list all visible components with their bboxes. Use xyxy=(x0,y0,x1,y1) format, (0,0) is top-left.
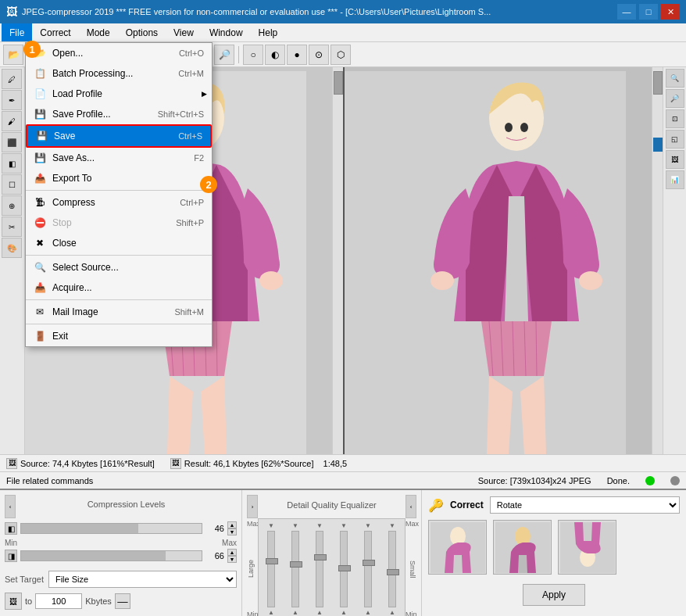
source-size: Source: 74,4 Kbytes [161%*Result] xyxy=(20,459,155,468)
eq-slider-5[interactable] xyxy=(364,531,372,607)
menu-close[interactable]: ✖ Close xyxy=(26,233,212,253)
left-btn-7[interactable]: ⊕ xyxy=(2,195,22,216)
menu-options[interactable]: Options xyxy=(118,23,166,41)
menu-save[interactable]: 💾 Save Ctrl+S xyxy=(26,124,212,148)
left-btn-5[interactable]: ◧ xyxy=(2,153,22,174)
open-shortcut: Ctrl+O xyxy=(179,48,204,58)
toolbar-btn-13[interactable]: ● xyxy=(287,45,307,65)
left-btn-2[interactable]: ✒ xyxy=(2,90,22,110)
menu-file[interactable]: File xyxy=(2,23,32,41)
eq-tick-bottom-6: ▲ xyxy=(389,609,395,616)
slider1-icon[interactable]: ◧ xyxy=(5,522,17,535)
left-scroll-thumb[interactable] xyxy=(334,71,343,95)
menu-help[interactable]: Help xyxy=(251,23,286,41)
exit-label: Exit xyxy=(52,331,204,342)
eq-slider-6[interactable] xyxy=(388,531,396,607)
menu-mode[interactable]: Mode xyxy=(79,23,118,41)
result-canvas[interactable] xyxy=(345,67,663,454)
target-select[interactable]: File Size xyxy=(48,571,237,588)
to-input[interactable] xyxy=(35,593,82,609)
menu-correct[interactable]: Correct xyxy=(32,23,78,41)
menu-export[interactable]: 📤 Export To xyxy=(26,168,212,188)
menu-load-profile[interactable]: 📄 Load Profile xyxy=(26,84,212,104)
left-btn-9[interactable]: 🎨 xyxy=(2,238,22,258)
slider2-row: ◨ 66 ▲ ▼ xyxy=(5,549,237,563)
menu-save-as[interactable]: 💾 Save As... F2 xyxy=(26,148,212,168)
toolbar-btn-15[interactable]: ⬡ xyxy=(330,45,351,65)
compression-toggle[interactable]: ‹ xyxy=(5,495,16,518)
menu-window[interactable]: Window xyxy=(202,23,251,41)
eq-min-label-right: Min xyxy=(406,611,416,616)
save-profile-shortcut: Shift+Ctrl+S xyxy=(158,109,204,119)
slider2-icon[interactable]: ◨ xyxy=(5,550,17,562)
menu-compress[interactable]: 🗜 Compress Ctrl+P xyxy=(26,192,212,213)
minimize-button[interactable]: — xyxy=(617,4,636,20)
menu-exit[interactable]: 🚪 Exit xyxy=(26,326,212,346)
toolbar-btn-11[interactable]: ○ xyxy=(243,45,263,65)
eq-tick-4: ▼ xyxy=(341,522,347,529)
eq-toggle-left[interactable]: › xyxy=(247,495,258,518)
menu-view[interactable]: View xyxy=(166,23,202,41)
thumbnail-2[interactable] xyxy=(493,520,552,575)
menu-save-profile[interactable]: 💾 Save Profile... Shift+Ctrl+S xyxy=(26,104,212,124)
compress-shortcut: Ctrl+P xyxy=(180,198,204,207)
equalizer-panel: › Detail Quality Equalizer ‹ Max Large M… xyxy=(242,490,422,616)
toolbar-btn-14[interactable]: ⊙ xyxy=(309,45,329,65)
eq-slider-2[interactable] xyxy=(291,531,299,607)
left-btn-8[interactable]: ✂ xyxy=(2,217,22,237)
eq-thumb-3 xyxy=(314,554,327,560)
toolbar-separator-3 xyxy=(238,46,239,63)
toolbar-btn-1[interactable]: 📂 xyxy=(3,45,23,65)
thumbnail-1[interactable] xyxy=(428,520,487,575)
eq-tick-bottom-4: ▲ xyxy=(341,609,347,616)
slider1-up[interactable]: ▲ xyxy=(227,521,237,528)
right-scroll-thumb[interactable] xyxy=(653,71,663,95)
left-toolbar: 🖊 ✒ 🖌 ⬛ ◧ ☐ ⊕ ✂ 🎨 xyxy=(0,67,25,454)
eq-slider-6-wrap: ▼ ▲ xyxy=(381,522,403,616)
left-btn-6[interactable]: ☐ xyxy=(2,174,22,195)
fit-button[interactable]: ⊡ xyxy=(666,109,684,128)
menu-sep-2 xyxy=(26,255,212,256)
minus-button[interactable]: — xyxy=(115,593,130,609)
menu-batch[interactable]: 📋 Batch Processing... Ctrl+M xyxy=(26,63,212,84)
slider2-up[interactable]: ▲ xyxy=(227,549,237,556)
menu-mail[interactable]: ✉ Mail Image Shift+M xyxy=(26,302,212,322)
rotate-select[interactable]: Rotate xyxy=(490,496,680,514)
panel-btn-4[interactable]: ◱ xyxy=(666,130,684,149)
close-button[interactable]: ✕ xyxy=(661,4,680,20)
panel-btn-5[interactable]: 🖼 xyxy=(666,150,684,169)
right-panel: 🔍 🔎 ⊡ ◱ 🖼 📊 xyxy=(663,67,686,454)
to-icon[interactable]: 🖼 xyxy=(5,593,22,610)
slider2-track[interactable] xyxy=(20,550,202,561)
left-canvas-vscroll[interactable] xyxy=(332,67,343,454)
menu-stop: ⛔ Stop Shift+P xyxy=(26,213,212,233)
eq-toggle-right[interactable]: ‹ xyxy=(406,495,416,518)
left-btn-3[interactable]: 🖌 xyxy=(2,111,22,131)
apply-button[interactable]: Apply xyxy=(523,584,585,606)
maximize-button[interactable]: □ xyxy=(639,4,658,20)
left-btn-4[interactable]: ⬛ xyxy=(2,132,22,152)
menu-open[interactable]: 📂 Open... Ctrl+O xyxy=(26,43,212,63)
correct-header: 🔑 Correct Rotate xyxy=(428,496,680,514)
menu-acquire[interactable]: 📥 Acquire... xyxy=(26,278,212,298)
right-canvas-vscroll[interactable] xyxy=(652,67,663,454)
slider1-track[interactable] xyxy=(20,523,202,534)
eq-tick-bottom-5: ▲ xyxy=(365,609,371,616)
zoom-out-button[interactable]: 🔎 xyxy=(666,89,684,108)
eq-slider-1[interactable] xyxy=(267,531,275,607)
slider1-down[interactable]: ▼ xyxy=(227,528,237,535)
eq-sliders: ▼ ▲ ▼ ▲ ▼ xyxy=(258,518,406,616)
eq-slider-4[interactable] xyxy=(340,531,348,607)
eq-slider-1-wrap: ▼ ▲ xyxy=(260,522,282,616)
eq-slider-3[interactable] xyxy=(316,531,323,607)
left-btn-1[interactable]: 🖊 xyxy=(2,69,22,89)
panel-btn-6[interactable]: 📊 xyxy=(666,170,684,189)
thumbnail-3[interactable] xyxy=(558,520,616,575)
toolbar-btn-10[interactable]: 🔎 xyxy=(214,45,234,65)
save-as-label: Save As... xyxy=(52,152,178,163)
eq-label-small: Max Small Min xyxy=(406,518,416,616)
toolbar-btn-12[interactable]: ◐ xyxy=(265,45,285,65)
slider2-down[interactable]: ▼ xyxy=(227,556,237,563)
zoom-in-button[interactable]: 🔍 xyxy=(666,69,684,88)
menu-select-source[interactable]: 🔍 Select Source... xyxy=(26,257,212,278)
